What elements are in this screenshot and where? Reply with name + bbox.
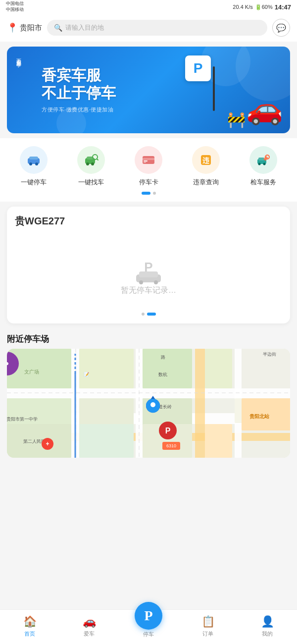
battery-indicator: 🔋60% bbox=[255, 4, 273, 10]
svg-point-7 bbox=[91, 162, 94, 165]
action-parking-card[interactable]: 停车卡 bbox=[126, 146, 171, 187]
svg-rect-1 bbox=[29, 157, 38, 160]
location-pin-icon: 📍 bbox=[7, 22, 18, 33]
svg-text:违: 违 bbox=[202, 157, 210, 164]
banner-title-line1: 香宾车服 bbox=[42, 66, 116, 84]
car-dot-2 bbox=[147, 313, 156, 316]
search-placeholder: 请输入目的地 bbox=[65, 23, 104, 32]
search-icon: 🔍 bbox=[54, 24, 62, 32]
inspection-icon bbox=[249, 146, 277, 174]
find-car-icon bbox=[77, 146, 105, 174]
svg-rect-38 bbox=[205, 349, 232, 388]
action-find-car[interactable]: 一键找车 bbox=[69, 146, 113, 187]
nav-item-car[interactable]: 🚗 爱车 bbox=[59, 612, 119, 638]
banner-pole bbox=[213, 66, 215, 111]
svg-point-67 bbox=[150, 402, 155, 407]
nav-home-label: 首页 bbox=[24, 630, 35, 638]
parking-center-button[interactable]: P bbox=[135, 602, 162, 630]
svg-point-2 bbox=[29, 162, 32, 165]
svg-text:文广场: 文广场 bbox=[24, 369, 39, 375]
banner: 万千车主用车好帮手 香宾车服 不止于停车 方便停车·缴费优惠·便捷加油 P 🚧 … bbox=[7, 47, 290, 133]
nav-profile-label: 我的 bbox=[262, 630, 273, 638]
nav-item-profile[interactable]: 👤 我的 bbox=[238, 612, 297, 638]
action-inspection[interactable]: 检车服务 bbox=[241, 146, 286, 187]
one-key-parking-icon bbox=[20, 146, 48, 174]
car-dot-1 bbox=[142, 313, 145, 316]
svg-rect-36 bbox=[79, 349, 134, 388]
search-bar[interactable]: 🔍 请输入目的地 bbox=[47, 20, 267, 36]
svg-text:●: ● bbox=[7, 359, 9, 367]
svg-rect-12 bbox=[144, 161, 148, 161]
svg-point-6 bbox=[86, 162, 89, 165]
violation-query-label: 违章查询 bbox=[193, 178, 219, 187]
svg-rect-11 bbox=[143, 158, 154, 160]
svg-rect-23 bbox=[139, 271, 158, 277]
home-icon: 🏠 bbox=[23, 615, 37, 628]
svg-point-25 bbox=[154, 280, 158, 284]
dot-2 bbox=[153, 192, 156, 195]
svg-text:6310: 6310 bbox=[166, 443, 176, 448]
map-container[interactable]: 文广场 贵阳市第一中学 第二人民医院 路 数杭 大道长岭 贵阳北站 半边街 📝 … bbox=[7, 349, 290, 458]
nav-car-label: 爱车 bbox=[84, 630, 95, 638]
orders-icon: 📋 bbox=[201, 615, 215, 628]
svg-rect-46 bbox=[79, 424, 134, 458]
svg-rect-48 bbox=[205, 424, 232, 458]
speed-indicator: 20.4 K/s bbox=[233, 4, 252, 10]
empty-parking-car-icon: P bbox=[131, 261, 166, 285]
actions-dots-indicator bbox=[0, 192, 297, 198]
car-dots-indicator bbox=[15, 313, 282, 316]
chat-button[interactable]: 💬 bbox=[272, 19, 290, 37]
chat-icon: 💬 bbox=[276, 23, 286, 33]
action-violation-query[interactable]: 违 违章查询 bbox=[184, 146, 228, 187]
location-button[interactable]: 📍 贵阳市 bbox=[7, 22, 42, 33]
carrier-info: 中国电信 中国移动 bbox=[6, 1, 24, 12]
quick-actions: 一键停车 一键找车 bbox=[0, 138, 297, 202]
car-empty-text: 暂无停车记录… bbox=[121, 285, 176, 296]
dot-1 bbox=[142, 192, 150, 195]
action-one-key-parking[interactable]: 一键停车 bbox=[11, 146, 56, 187]
svg-rect-28 bbox=[7, 388, 290, 398]
inspection-label: 检车服务 bbox=[250, 178, 276, 187]
svg-point-24 bbox=[139, 280, 143, 284]
svg-point-18 bbox=[258, 163, 261, 165]
nav-item-home[interactable]: 🏠 首页 bbox=[0, 612, 59, 638]
banner-car-icon: 🚗 bbox=[246, 91, 283, 126]
svg-text:贵阳北站: 贵阳北站 bbox=[249, 414, 270, 419]
profile-icon: 👤 bbox=[261, 615, 274, 628]
map-svg: 文广场 贵阳市第一中学 第二人民医院 路 数杭 大道长岭 贵阳北站 半边街 📝 … bbox=[7, 349, 290, 458]
nearby-section-title: 附近停车场 bbox=[0, 328, 297, 349]
banner-side-text: 万千车主用车好帮手 bbox=[15, 54, 37, 59]
nav-orders-label: 订单 bbox=[202, 630, 213, 638]
bottom-nav: 🏠 首页 🚗 爱车 P 停车 📋 订单 👤 我的 bbox=[0, 609, 297, 644]
svg-line-9 bbox=[97, 159, 99, 161]
nav-parking-label: 停车 bbox=[143, 631, 154, 638]
status-right: 20.4 K/s 🔋60% 14:47 bbox=[233, 3, 291, 11]
banner-title-line2: 不止于停车 bbox=[42, 84, 116, 102]
actions-row: 一键停车 一键找车 bbox=[0, 146, 297, 187]
banner-main-content: 香宾车服 不止于停车 方便停车·缴费优惠·便捷加油 bbox=[42, 66, 116, 113]
svg-text:数杭: 数杭 bbox=[158, 372, 167, 377]
svg-rect-37 bbox=[143, 349, 192, 388]
one-key-parking-label: 一键停车 bbox=[21, 178, 47, 187]
svg-text:📝: 📝 bbox=[84, 372, 90, 377]
location-text: 贵阳市 bbox=[20, 23, 42, 33]
find-car-label: 一键找车 bbox=[78, 178, 104, 187]
car-card: 贵WGE277 P 暂无停车记录… bbox=[7, 207, 290, 323]
nav-item-parking[interactable]: P 停车 bbox=[119, 612, 178, 638]
status-bar: 中国电信 中国移动 20.4 K/s 🔋60% 14:47 bbox=[0, 0, 297, 14]
car-nav-icon: 🚗 bbox=[83, 615, 96, 628]
svg-rect-13 bbox=[144, 162, 146, 163]
svg-rect-33 bbox=[195, 349, 205, 458]
parking-card-icon bbox=[135, 146, 162, 174]
violation-query-icon: 违 bbox=[192, 146, 220, 174]
svg-text:+: + bbox=[46, 440, 49, 447]
svg-text:半边街: 半边街 bbox=[263, 352, 276, 357]
parking-p-label: P bbox=[144, 608, 152, 624]
svg-point-19 bbox=[263, 163, 266, 165]
svg-point-3 bbox=[35, 162, 38, 165]
nav-item-orders[interactable]: 📋 订单 bbox=[178, 612, 238, 638]
banner-cone-icon: 🚧 bbox=[227, 111, 246, 128]
header: 📍 贵阳市 🔍 请输入目的地 💬 bbox=[0, 14, 297, 42]
time-display: 14:47 bbox=[275, 3, 291, 11]
svg-text:贵阳市第一中学: 贵阳市第一中学 bbox=[7, 417, 38, 422]
